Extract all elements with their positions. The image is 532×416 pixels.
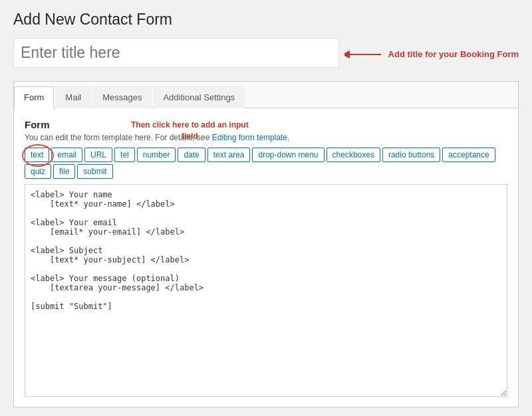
editing-form-template-link[interactable]: Editing form template. — [212, 133, 290, 142]
btn-radio[interactable]: radio buttons — [382, 148, 440, 162]
title-annotation: Add title for your Booking Form — [344, 47, 519, 62]
tab-additional-settings[interactable]: Additional Settings — [153, 86, 245, 108]
btn-textarea[interactable]: text area — [207, 148, 251, 162]
tab-form[interactable]: Form — [14, 86, 54, 108]
btn-email[interactable]: email — [51, 148, 82, 162]
title-row: Add title for your Booking Form — [13, 38, 519, 70]
title-annotation-text: Add title for your Booking Form — [388, 49, 519, 59]
page-wrapper: Add New Contact Form Add title for your … — [0, 0, 532, 416]
title-input-wrap — [13, 38, 339, 70]
btn-text[interactable]: text — [25, 148, 49, 162]
btn-acceptance[interactable]: acceptance — [442, 148, 495, 162]
tabs-row: Form Mail Messages Additional Settings — [14, 82, 518, 108]
btn-number[interactable]: number — [137, 148, 176, 162]
btn-url[interactable]: URL — [84, 148, 112, 162]
page-title: Add New Contact Form — [13, 11, 519, 29]
tab-mail[interactable]: Mail — [55, 86, 91, 108]
btn-submit[interactable]: submit — [77, 164, 112, 179]
btn-date[interactable]: date — [178, 148, 205, 162]
btn-dropdown[interactable]: drop-down menu — [252, 148, 324, 162]
btn-checkboxes[interactable]: checkboxes — [327, 148, 380, 162]
main-panel: Form Mail Messages Additional Settings F… — [13, 81, 519, 407]
form-section-title: Form — [25, 119, 507, 130]
title-input[interactable] — [13, 38, 339, 68]
panel-content: Form You can edit the form template here… — [14, 108, 518, 407]
btn-file[interactable]: file — [53, 164, 75, 179]
buttons-row: text email URL tel number date text area… — [25, 148, 507, 179]
btn-quiz[interactable]: quiz — [25, 164, 51, 179]
btn-tel[interactable]: tel — [114, 148, 135, 162]
left-arrow-icon — [344, 47, 384, 62]
text-btn-wrap: text — [25, 148, 49, 162]
form-template-textarea[interactable] — [25, 184, 507, 397]
buttons-row-wrap: Then click here to add an inputfield tex… — [25, 148, 507, 179]
form-help-text: You can edit the form template here. For… — [25, 133, 507, 142]
tab-messages[interactable]: Messages — [92, 86, 152, 108]
